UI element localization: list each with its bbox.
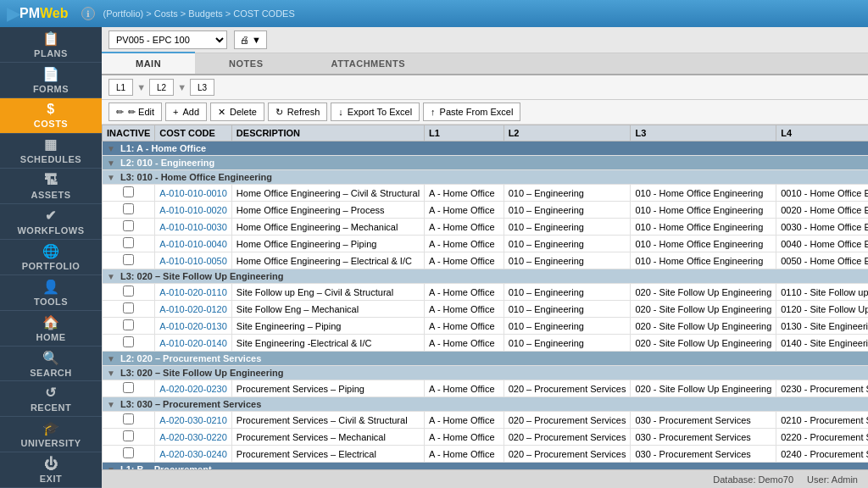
add-button[interactable]: + Add bbox=[165, 103, 207, 121]
sidebar-item-search[interactable]: 🔍 SEARCH bbox=[0, 347, 102, 382]
inactive-checkbox[interactable] bbox=[123, 447, 134, 458]
inactive-checkbox-cell[interactable] bbox=[103, 446, 155, 463]
collapse-icon[interactable]: ▼ bbox=[107, 272, 115, 281]
breadcrumb: ℹ (Portfolio) > Costs > Budgets > COST C… bbox=[81, 7, 294, 20]
refresh-button[interactable]: ↻ Refresh bbox=[268, 103, 328, 121]
table-row: A-020-030-0210 Procurement Services – Ci… bbox=[103, 412, 869, 429]
inactive-checkbox-cell[interactable] bbox=[103, 301, 155, 318]
level-tab-l2[interactable]: L2 bbox=[149, 79, 174, 96]
inactive-checkbox-cell[interactable] bbox=[103, 429, 155, 446]
sidebar-item-schedules[interactable]: ▦ SCHEDULES bbox=[0, 134, 102, 169]
inactive-checkbox-cell[interactable] bbox=[103, 318, 155, 335]
inactive-checkbox-cell[interactable] bbox=[103, 252, 155, 269]
col-l4: L4 bbox=[776, 125, 868, 141]
cost-code-link[interactable]: A-020-030-0240 bbox=[159, 449, 227, 459]
l1-cell: A - Home Office bbox=[425, 318, 504, 335]
home-icon: 🏠 bbox=[42, 314, 60, 330]
description-cell: Site Follow Eng – Mechanical bbox=[231, 301, 424, 318]
l4-cell: 0030 - Home Office Engineering – Mechani… bbox=[776, 219, 868, 236]
table-row: A-020-030-0240 Procurement Services – El… bbox=[103, 446, 869, 463]
cost-code-link[interactable]: A-020-020-0230 bbox=[159, 384, 227, 394]
description-cell: Home Office Engineering – Mechanical bbox=[231, 219, 424, 236]
delete-button[interactable]: ✕ Delete bbox=[210, 103, 264, 121]
collapse-icon[interactable]: ▼ bbox=[107, 158, 115, 168]
inactive-checkbox-cell[interactable] bbox=[103, 284, 155, 301]
collapse-icon[interactable]: ▼ bbox=[107, 173, 115, 182]
cost-code-link[interactable]: A-010-020-0130 bbox=[159, 321, 227, 331]
cost-code-link[interactable]: A-010-020-0120 bbox=[159, 304, 227, 314]
sidebar-item-plans[interactable]: 📋 PLANS bbox=[0, 27, 102, 63]
export-icon: ↓ bbox=[338, 107, 343, 117]
group-row-l3: ▼ L3: 030 – Procurement Services bbox=[103, 397, 869, 412]
cost-code-link[interactable]: A-010-010-0030 bbox=[159, 222, 227, 232]
cost-code-link[interactable]: A-010-020-0110 bbox=[159, 287, 227, 297]
cost-code-link[interactable]: A-010-010-0050 bbox=[159, 256, 227, 266]
collapse-icon[interactable]: ▼ bbox=[107, 400, 115, 409]
export-button[interactable]: ↓ Export To Excel bbox=[331, 103, 420, 121]
print-button[interactable]: 🖨 ▼ bbox=[234, 30, 267, 49]
paste-button[interactable]: ↑ Paste From Excel bbox=[423, 103, 520, 121]
sidebar-item-workflows[interactable]: ✔ WORKFLOWS bbox=[0, 204, 102, 240]
search-icon: 🔍 bbox=[42, 350, 60, 366]
inactive-checkbox-cell[interactable] bbox=[103, 185, 155, 202]
tab-attachments[interactable]: ATTACHMENTS bbox=[298, 53, 440, 74]
l3-cell: 010 - Home Office Engineering bbox=[631, 202, 776, 219]
inactive-checkbox-cell[interactable] bbox=[103, 236, 155, 252]
sidebar-item-portfolio[interactable]: 🌐 PORTFOLIO bbox=[0, 240, 102, 275]
cost-code-cell: A-020-030-0210 bbox=[155, 412, 232, 429]
inactive-checkbox-cell[interactable] bbox=[103, 380, 155, 397]
inactive-checkbox[interactable] bbox=[123, 237, 134, 248]
inactive-checkbox[interactable] bbox=[123, 302, 134, 313]
cost-code-link[interactable]: A-010-010-0010 bbox=[159, 188, 227, 198]
info-icon[interactable]: ℹ bbox=[81, 7, 95, 20]
cost-code-link[interactable]: A-010-020-0140 bbox=[159, 338, 227, 348]
layout: 📋 PLANS 📄 FORMS $ COSTS ▦ SCHEDULES 🏗 AS… bbox=[0, 27, 868, 488]
tab-row: MAIN NOTES ATTACHMENTS bbox=[102, 53, 868, 75]
cost-code-cell: A-010-010-0010 bbox=[155, 185, 232, 202]
level-tab-l1[interactable]: L1 bbox=[108, 79, 133, 96]
inactive-checkbox[interactable] bbox=[123, 220, 134, 231]
inactive-checkbox[interactable] bbox=[123, 286, 134, 297]
cost-code-link[interactable]: A-020-030-0220 bbox=[159, 432, 227, 442]
inactive-checkbox[interactable] bbox=[123, 254, 134, 265]
tab-notes[interactable]: NOTES bbox=[195, 53, 297, 74]
l4-cell: 0010 - Home Office Engineering – Civil &… bbox=[776, 185, 868, 202]
inactive-checkbox-cell[interactable] bbox=[103, 219, 155, 236]
sidebar-item-assets[interactable]: 🏗 ASSETS bbox=[0, 169, 102, 204]
tab-main[interactable]: MAIN bbox=[102, 52, 195, 74]
exit-icon: ⏻ bbox=[44, 457, 58, 472]
inactive-checkbox[interactable] bbox=[123, 336, 134, 347]
inactive-checkbox[interactable] bbox=[123, 203, 134, 214]
collapse-icon[interactable]: ▼ bbox=[107, 354, 115, 363]
cost-code-cell: A-020-020-0230 bbox=[155, 380, 232, 397]
sidebar-item-recent[interactable]: ↺ RECENT bbox=[0, 381, 102, 417]
sidebar-item-university[interactable]: 🎓 UNIVERSITY bbox=[0, 417, 102, 452]
description-cell: Site Follow up Eng – Civil & Structural bbox=[231, 284, 424, 301]
description-cell: Home Office Engineering – Civil & Struct… bbox=[231, 185, 424, 202]
inactive-checkbox-cell[interactable] bbox=[103, 412, 155, 429]
inactive-checkbox-cell[interactable] bbox=[103, 202, 155, 219]
sidebar-item-forms[interactable]: 📄 FORMS bbox=[0, 63, 102, 98]
collapse-icon[interactable]: ▼ bbox=[107, 144, 115, 153]
inactive-checkbox[interactable] bbox=[123, 382, 134, 393]
table-container[interactable]: INACTIVE COST CODE DESCRIPTION L1 L2 L3 … bbox=[102, 125, 868, 469]
edit-button[interactable]: ✏ ✏ Edit bbox=[108, 103, 162, 121]
inactive-checkbox[interactable] bbox=[123, 186, 134, 197]
cost-code-link[interactable]: A-020-030-0210 bbox=[159, 415, 227, 425]
level-tab-l3[interactable]: L3 bbox=[190, 79, 214, 96]
table-row: A-010-020-0120 Site Follow Eng – Mechani… bbox=[103, 301, 869, 318]
sidebar-item-costs[interactable]: $ COSTS bbox=[0, 98, 102, 134]
collapse-icon[interactable]: ▼ bbox=[107, 369, 115, 378]
project-dropdown[interactable]: PV005 - EPC 100 bbox=[108, 30, 227, 49]
sidebar-item-exit[interactable]: ⏻ EXIT bbox=[0, 452, 102, 488]
inactive-checkbox[interactable] bbox=[123, 413, 134, 424]
cost-code-link[interactable]: A-010-010-0020 bbox=[159, 205, 227, 215]
inactive-checkbox[interactable] bbox=[123, 430, 134, 441]
cost-code-link[interactable]: A-010-010-0040 bbox=[159, 239, 227, 249]
inactive-checkbox[interactable] bbox=[123, 319, 134, 330]
sidebar-item-tools[interactable]: 👤 TOOLS bbox=[0, 275, 102, 311]
inactive-checkbox-cell[interactable] bbox=[103, 335, 155, 352]
sidebar-item-home[interactable]: 🏠 HOME bbox=[0, 311, 102, 347]
user-label: User: Admin bbox=[807, 474, 858, 485]
l2-cell: 010 – Engineering bbox=[504, 185, 631, 202]
